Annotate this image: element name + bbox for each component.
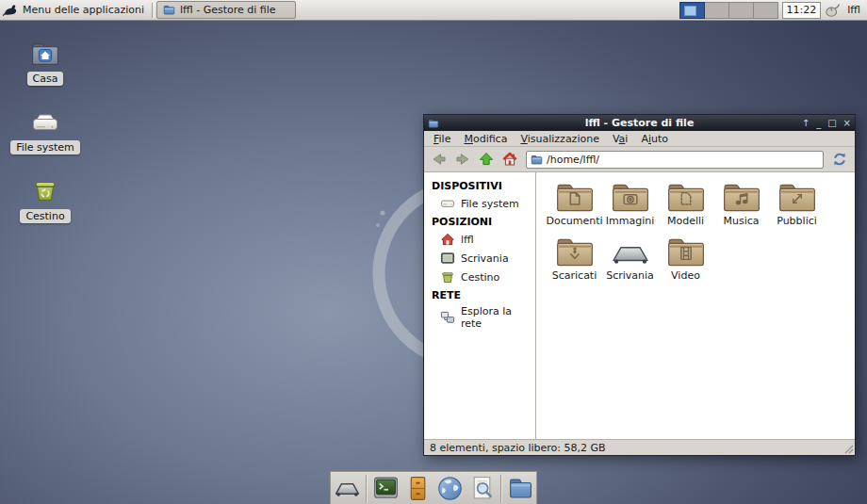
folder-templates-icon — [664, 179, 708, 215]
desktop-icon-cestino[interactable]: Cestino — [8, 175, 83, 223]
folder-music-icon — [720, 179, 763, 215]
close-button[interactable]: × — [843, 116, 851, 130]
workspace-1[interactable] — [679, 2, 705, 19]
home-button[interactable] — [499, 149, 521, 171]
menu-modifica[interactable]: Modifica — [457, 132, 514, 146]
filesystem-drive-icon — [29, 106, 61, 138]
blue-folder-icon[interactable] — [507, 475, 534, 502]
folder-label: Modelli — [667, 215, 704, 227]
folder-item-scaricati[interactable]: Scaricati — [547, 234, 602, 288]
desktop-icon-label: Cestino — [20, 209, 70, 223]
folder-item-immagini[interactable]: Immagini — [602, 179, 658, 234]
user-label: lffl — [844, 4, 863, 16]
desktop-icon-label: File system — [10, 140, 80, 154]
folder-item-scrivania[interactable]: Scrivania — [602, 234, 658, 288]
menu-visualizzazione[interactable]: Visualizzazione — [514, 132, 606, 146]
resize-grip[interactable] — [842, 443, 854, 454]
refresh-icon — [831, 151, 848, 168]
top-panel: Menu delle applicazioni lffl - Gestore d… — [0, 0, 867, 21]
back-arrow-icon — [431, 151, 448, 168]
desktop-icon-casa[interactable]: Casa — [8, 38, 83, 86]
folder-item-modelli[interactable]: Modelli — [658, 179, 713, 234]
terminal-icon[interactable] — [372, 475, 400, 502]
back-button[interactable] — [428, 149, 450, 171]
desktop-icon-label: Casa — [27, 72, 64, 86]
folder-label: Scrivania — [606, 269, 654, 282]
applications-menu-button[interactable]: Menu delle applicazioni — [0, 0, 150, 21]
sidebar-item-label: lffl — [461, 234, 474, 246]
folder-label: Musica — [723, 215, 759, 227]
folder-images-icon — [609, 179, 652, 215]
folder-icon — [531, 154, 543, 166]
folder-label: Pubblici — [777, 215, 817, 227]
web-browser-icon[interactable] — [436, 475, 464, 502]
workspace-switcher — [680, 2, 778, 19]
status-text: 8 elementi, spazio libero: 58,2 GB — [430, 442, 606, 454]
menu-bar: File Modifica Visualizzazione Vai Aiuto — [424, 131, 855, 147]
status-bar: 8 elementi, spazio libero: 58,2 GB — [424, 439, 855, 455]
menu-file[interactable]: File — [427, 132, 457, 146]
sidebar-item-esplora-la-rete[interactable]: Esplora la rete — [424, 303, 535, 332]
sidebar: DISPOSITIVI File system POSIZIONI lffl S… — [424, 172, 536, 439]
sidebar-item-label: Esplora la rete — [461, 305, 532, 330]
sidebar-item-cestino[interactable]: Cestino — [424, 268, 535, 286]
folder-video-icon — [664, 234, 708, 269]
xfce-mouse-icon — [3, 2, 19, 18]
sidebar-item-label: Scrivania — [461, 252, 509, 265]
window-title: lffl - Gestore di file — [424, 117, 855, 129]
toolbar: /home/lffl/ — [424, 147, 855, 172]
file-manager-window: lffl - Gestore di file ↑ _ □ × File Modi… — [423, 114, 856, 456]
file-cabinet-icon[interactable] — [404, 475, 432, 502]
menu-aiuto[interactable]: Aiuto — [634, 132, 675, 146]
shade-button[interactable]: ↑ — [802, 116, 810, 130]
show-desktop-icon[interactable] — [334, 475, 361, 502]
sidebar-item-scrivania[interactable]: Scrivania — [424, 249, 535, 268]
document-search-icon[interactable] — [468, 475, 496, 502]
workspace-4[interactable] — [753, 2, 778, 19]
desktop-icon — [440, 251, 455, 266]
applications-menu-label: Menu delle applicazioni — [23, 4, 144, 16]
trash-icon — [440, 269, 455, 285]
reload-button[interactable] — [828, 149, 851, 171]
folder-item-documenti[interactable]: Documenti — [547, 179, 602, 234]
clock[interactable]: 11:22 — [782, 2, 822, 19]
folder-label: Video — [671, 269, 700, 282]
workspace-2[interactable] — [704, 2, 729, 19]
sidebar-item-file-system[interactable]: File system — [424, 194, 535, 213]
desktop: Menu delle applicazioni lffl - Gestore d… — [0, 0, 867, 504]
path-value: /home/lffl/ — [547, 154, 599, 166]
sidebar-item-label: Cestino — [461, 271, 499, 284]
drive-icon — [440, 196, 455, 211]
path-bar-input[interactable]: /home/lffl/ — [526, 151, 824, 169]
workspace-3[interactable] — [728, 2, 754, 19]
sidebar-item-home[interactable]: lffl — [424, 230, 535, 249]
folder-icon — [163, 4, 175, 16]
desktop-icon-file-system[interactable]: File system — [8, 106, 83, 154]
workspace-window-preview — [684, 6, 696, 16]
folder-item-musica[interactable]: Musica — [713, 179, 769, 234]
folder-share-icon — [776, 179, 819, 215]
sidebar-header-posizioni: POSIZIONI — [424, 213, 535, 230]
dock-separator — [500, 475, 502, 502]
maximize-button[interactable]: □ — [827, 116, 836, 130]
desktop-icon — [609, 234, 652, 269]
menu-vai[interactable]: Vai — [606, 132, 634, 146]
dock — [330, 471, 537, 504]
folder-item-video[interactable]: Video — [658, 234, 713, 288]
folder-label: Documenti — [546, 215, 602, 227]
window-titlebar[interactable]: lffl - Gestore di file ↑ _ □ × — [424, 115, 855, 131]
home-icon — [440, 232, 455, 247]
mouse-device-icon[interactable] — [825, 2, 841, 18]
file-view[interactable]: Documenti Immagini Modelli — [536, 172, 855, 439]
sidebar-header-rete: RETE — [424, 286, 535, 303]
forward-button[interactable] — [451, 149, 474, 171]
minimize-button[interactable]: _ — [816, 116, 821, 130]
up-button[interactable] — [475, 149, 498, 171]
dock-separator — [366, 475, 368, 502]
network-icon — [440, 310, 455, 325]
folder-item-pubblici[interactable]: Pubblici — [769, 179, 825, 234]
folder-label: Immagini — [606, 215, 654, 227]
home-folder-icon — [29, 38, 61, 70]
folder-downloads-icon — [553, 234, 597, 269]
taskbar-button-file-manager[interactable]: lffl - Gestore di file — [156, 1, 296, 19]
